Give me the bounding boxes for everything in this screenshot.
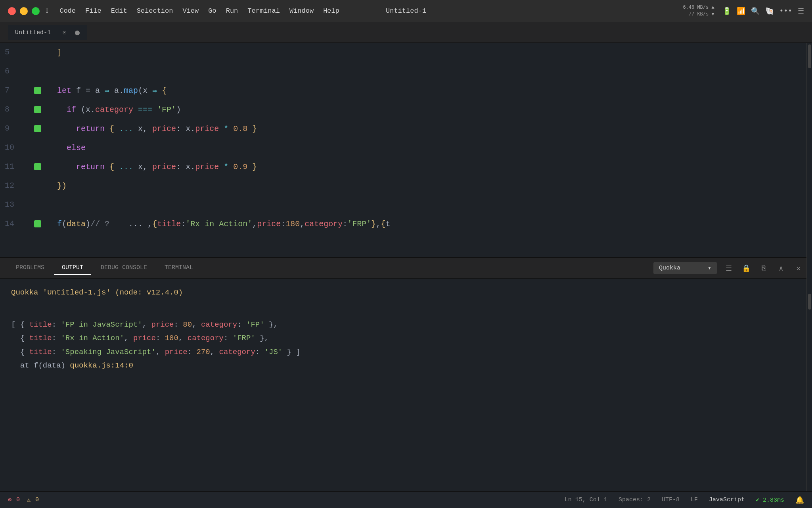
menu-go[interactable]: Go	[208, 7, 216, 15]
menu-file[interactable]: File	[85, 7, 102, 15]
output-source-dropdown[interactable]: Quokka ▾	[653, 262, 717, 274]
output-line-2: { title: 'Rx in Action', price: 180, cat…	[11, 332, 801, 344]
statusbar: ⊗ 0 ⚠ 0 Ln 15, Col 1 Spaces: 2 UTF-8 LF …	[0, 491, 812, 508]
statusbar-right: Ln 15, Col 1 Spaces: 2 UTF-8 LF JavaScri…	[565, 496, 804, 504]
output-at-line: at f(data) quokka.js:14:0	[11, 360, 801, 371]
net-stats: 6.46 MB/s ▲ 77 KB/s ▼	[683, 4, 714, 18]
indent-size[interactable]: Spaces: 2	[619, 496, 651, 503]
notifications-icon[interactable]: 🔔	[795, 496, 804, 504]
tabbar: Untitled-1 ⊡	[0, 22, 812, 43]
close-panel-icon[interactable]: ✕	[793, 264, 804, 273]
code-line-9: return { ... x, price: x.price * 0.8 }	[48, 119, 806, 138]
line-marker-9	[34, 125, 41, 132]
expand-icon[interactable]: ∧	[776, 264, 787, 273]
menu-view[interactable]: View	[182, 7, 199, 15]
tab-terminal[interactable]: TERMINAL	[157, 261, 201, 275]
line-marker-7	[34, 87, 41, 94]
panel-tabs: PROBLEMS OUTPUT DEBUG CONSOLE TERMINAL Q…	[0, 258, 812, 279]
scrollbar-thumb[interactable]	[808, 44, 811, 68]
quokka-header: Quokka 'Untitled-1.js' (node: v12.4.0)	[11, 287, 801, 298]
list-icon: ☰	[798, 7, 804, 15]
quokka-time: ✔ 2.83ms	[756, 496, 784, 504]
code-line-14: f(data) // ? ... , { title: 'Rx in Actio…	[48, 214, 806, 233]
titlebar-right: 6.46 MB/s ▲ 77 KB/s ▼ 🔋 📶 🔍 🐚 ••• ☰	[683, 4, 804, 18]
tab-debug-console[interactable]: DEBUG CONSOLE	[93, 261, 155, 275]
menu-window[interactable]: Window	[289, 7, 314, 15]
warning-count[interactable]: 0	[35, 496, 39, 503]
chevron-down-icon: ▾	[708, 264, 711, 272]
menu-bar:  Code File Edit Selection View Go Run T…	[46, 7, 339, 15]
code-editor[interactable]: ] let f = a ⇒ a.map(x ⇒ { if (x.category…	[44, 43, 806, 257]
panel-scrollbar[interactable]	[806, 214, 812, 491]
code-line-7: let f = a ⇒ a.map(x ⇒ {	[48, 81, 806, 100]
statusbar-left: ⊗ 0 ⚠ 0	[8, 496, 39, 504]
titlebar-left:  Code File Edit Selection View Go Run T…	[8, 7, 339, 15]
line-ending[interactable]: LF	[691, 496, 698, 503]
language-mode[interactable]: JavaScript	[709, 496, 745, 503]
menu-selection[interactable]: Selection	[137, 7, 173, 15]
code-line-11: return { ... x, price: x.price * 0.9 }	[48, 157, 806, 176]
code-line-5: ]	[48, 43, 806, 62]
tab-split-icon[interactable]: ⊡	[63, 29, 66, 37]
titlebar-icons: 🔋 📶 🔍 🐚 ••• ☰	[722, 7, 804, 15]
menu-terminal[interactable]: Terminal	[247, 7, 280, 15]
code-line-6	[48, 62, 806, 81]
apple-menu[interactable]: 	[46, 7, 50, 15]
titlebar:  Code File Edit Selection View Go Run T…	[0, 0, 812, 22]
dropdown-label: Quokka	[659, 265, 680, 271]
editor-area: 5 6 7 8 9 10 11 12 13 14 ] let f = a ⇒ a…	[0, 43, 812, 257]
maximize-button[interactable]	[32, 7, 40, 15]
battery-icon: 🔋	[722, 7, 731, 15]
code-line-10: else	[48, 138, 806, 157]
search-icon[interactable]: 🔍	[751, 7, 760, 15]
traffic-lights	[8, 7, 40, 15]
warning-icon: ⚠	[27, 496, 31, 504]
line-markers	[32, 43, 44, 257]
tab-problems[interactable]: PROBLEMS	[8, 261, 52, 275]
lock-icon[interactable]: 🔒	[741, 264, 752, 273]
panel-action-icons: ☰ 🔒 ⎘ ∧ ✕	[723, 264, 804, 273]
close-button[interactable]	[8, 7, 16, 15]
panel-area: PROBLEMS OUTPUT DEBUG CONSOLE TERMINAL Q…	[0, 257, 812, 379]
tab-label: Untitled-1	[15, 29, 51, 36]
quokka-link[interactable]: quokka.js:14:0	[70, 361, 133, 370]
tab-output[interactable]: OUTPUT	[54, 261, 91, 275]
line-marker-8	[34, 106, 41, 113]
output-content: Quokka 'Untitled-1.js' (node: v12.4.0) […	[0, 279, 812, 379]
code-line-12: })	[48, 176, 806, 195]
list-icon[interactable]: ☰	[723, 264, 734, 273]
editor-tab[interactable]: Untitled-1 ⊡	[8, 25, 87, 40]
line-number-gutter: 5 6 7 8 9 10 11 12 13 14	[0, 43, 32, 257]
menu-code[interactable]: Code	[59, 7, 76, 15]
tab-dot	[75, 31, 80, 35]
menu-run[interactable]: Run	[226, 7, 238, 15]
menu-edit[interactable]: Edit	[111, 7, 127, 15]
error-icon: ⊗	[8, 496, 11, 504]
encoding[interactable]: UTF-8	[662, 496, 680, 503]
error-count[interactable]: 0	[16, 496, 20, 503]
line-marker-11	[34, 163, 41, 170]
wifi-icon: 📶	[737, 7, 745, 15]
more-icon[interactable]: •••	[779, 7, 792, 15]
line-marker-14	[34, 220, 41, 227]
window-title: Untitled-1	[386, 7, 426, 15]
finder-icon: 🐚	[765, 7, 774, 15]
panel-scrollbar-thumb[interactable]	[808, 294, 811, 310]
copy-icon[interactable]: ⎘	[758, 264, 769, 272]
code-line-13	[48, 195, 806, 214]
panel-tab-right: Quokka ▾ ☰ 🔒 ⎘ ∧ ✕	[653, 262, 804, 274]
code-line-8: if (x.category === 'FP')	[48, 100, 806, 119]
cursor-position[interactable]: Ln 15, Col 1	[565, 496, 607, 503]
menu-help[interactable]: Help	[323, 7, 339, 15]
minimize-button[interactable]	[20, 7, 28, 15]
output-line-3: { title: 'Speaking JavaScript', price: 2…	[11, 346, 801, 358]
output-line-1: [ { title: 'FP in JavaScript', price: 80…	[11, 319, 801, 331]
